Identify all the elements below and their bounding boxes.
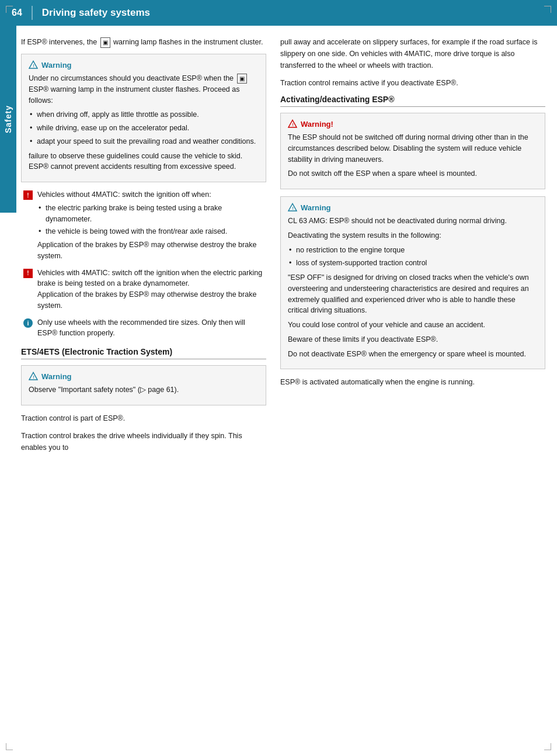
svg-text:!: ! <box>293 123 294 127</box>
header-bar: 64 Driving safety systems <box>0 0 557 26</box>
warning-header-1: ! Warning <box>29 60 259 70</box>
corner-mark-bl <box>6 743 13 750</box>
warning-title-ets: Warning <box>41 372 72 381</box>
warning-text-ets: Observe "Important safety notes" (▷ page… <box>29 384 259 396</box>
warning-title-red: Warning! <box>301 120 333 129</box>
warning-title-blue: Warning <box>301 203 331 212</box>
footer-text: ESP® is activated automatically when the… <box>280 376 545 388</box>
warning-triangle-icon-blue: ! <box>288 203 297 212</box>
warning-text-blue: CL 63 AMG: ESP® should not be deactivate… <box>288 216 538 359</box>
warning-triangle-icon-red: ! <box>288 119 297 129</box>
warning-box-ets: ! Warning Observe "Important safety note… <box>21 365 266 405</box>
intro-paragraph: If ESP® intervenes, the ▣ warning lamp f… <box>21 36 266 48</box>
traction-right-2: Traction control remains active if you d… <box>280 77 545 89</box>
blue-info-icon: i <box>23 318 33 328</box>
content-area: If ESP® intervenes, the ▣ warning lamp f… <box>0 26 557 470</box>
section-esp-heading: Activating/deactivating ESP® <box>280 95 545 107</box>
warning-bullets-1: when driving off, apply as little thrott… <box>29 109 259 147</box>
note-bullets-1: the electric parking brake is being test… <box>37 203 266 237</box>
svg-text:!: ! <box>33 375 34 379</box>
warning-text-1: Under no circumstances should you deacti… <box>29 73 259 172</box>
warning-header-ets: ! Warning <box>29 372 259 381</box>
warning-header-red: ! Warning! <box>288 119 538 129</box>
warning-box-blue: ! Warning CL 63 AMG: ESP® should not be … <box>280 196 545 369</box>
right-column: pull away and accelerate on slippery sur… <box>280 36 545 459</box>
red-exclamation-icon-1: ! <box>23 190 33 200</box>
traction-text-2: Traction control brakes the drive wheels… <box>21 430 266 453</box>
page-title: Driving safety systems <box>42 7 150 19</box>
esp-lamp-icon-2: ▣ <box>237 74 247 84</box>
warning-blue-bullets: no restriction to the engine torque loss… <box>288 245 538 269</box>
page-number: 64 <box>12 8 22 18</box>
side-label-container: Safety <box>0 26 16 213</box>
svg-text:!: ! <box>33 64 34 68</box>
note-content-2: Vehicles with 4MATIC: switch off the ign… <box>37 268 266 311</box>
warning-blue-bullet-1: no restriction to the engine torque <box>288 245 538 256</box>
note-content-1: Vehicles without 4MATIC: switch the igni… <box>37 189 266 262</box>
side-label: Safety <box>4 105 13 133</box>
warning-bullet-1-3: adapt your speed to suit the prevailing … <box>29 136 259 147</box>
esp-lamp-icon: ▣ <box>100 37 110 48</box>
header-divider <box>32 6 33 20</box>
section-ets-heading: ETS/4ETS (Electronic Traction System) <box>21 347 266 359</box>
warning-title-1: Warning <box>41 61 72 70</box>
corner-mark-tl <box>6 6 13 13</box>
warning-bullet-1-2: while driving, ease up on the accelerato… <box>29 123 259 134</box>
note-content-3: Only use wheels with the recommended tir… <box>37 317 266 339</box>
svg-text:!: ! <box>293 206 294 210</box>
left-column: If ESP® intervenes, the ▣ warning lamp f… <box>21 36 266 459</box>
red-exclamation-icon-2: ! <box>23 269 33 278</box>
warning-footer-1: failure to observe these guidelines coul… <box>29 151 259 173</box>
warning-blue-bullet-2: loss of system-supported traction contro… <box>288 258 538 269</box>
warning-triangle-icon-1: ! <box>29 60 38 70</box>
warning-text-red: The ESP should not be switched off durin… <box>288 132 538 179</box>
note-item-3: i Only use wheels with the recommended t… <box>21 317 266 339</box>
warning-triangle-icon-ets: ! <box>29 372 38 381</box>
corner-mark-tr <box>544 6 551 13</box>
page-container: 64 Driving safety systems Safety If ESP®… <box>0 0 557 756</box>
traction-text-1: Traction control is part of ESP®. <box>21 412 266 424</box>
warning-box-1: ! Warning Under no circumstances should … <box>21 54 266 182</box>
note-bullet-1-2: the vehicle is being towed with the fron… <box>37 226 266 237</box>
warning-header-blue: ! Warning <box>288 203 538 212</box>
warning-box-red: ! Warning! The ESP should not be switche… <box>280 113 545 189</box>
note-item-1: ! Vehicles without 4MATIC: switch the ig… <box>21 189 266 262</box>
note-bullet-1-1: the electric parking brake is being test… <box>37 203 266 225</box>
note-item-2: ! Vehicles with 4MATIC: switch off the i… <box>21 268 266 311</box>
corner-mark-br <box>544 743 551 750</box>
traction-right-1: pull away and accelerate on slippery sur… <box>280 36 545 71</box>
warning-bullet-1-1: when driving off, apply as little thrott… <box>29 109 259 120</box>
